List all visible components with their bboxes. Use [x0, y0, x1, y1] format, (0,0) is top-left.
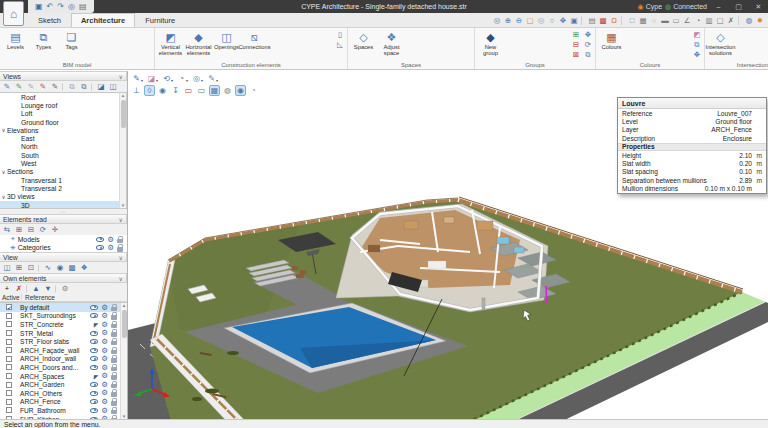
- copy-drawing-icon[interactable]: ⧉: [79, 82, 89, 92]
- move-down-icon[interactable]: ▼: [43, 284, 53, 294]
- texture-icon[interactable]: ▩: [598, 15, 608, 26]
- eye-icon[interactable]: [90, 339, 98, 344]
- gear-icon[interactable]: ⚙: [101, 355, 108, 363]
- lock-icon[interactable]: [111, 332, 117, 337]
- tree-item[interactable]: ∨ Lounge roof: [0, 101, 119, 109]
- ribbon-button[interactable]: ◆ Horizontal elements: [185, 29, 212, 57]
- curves-icon[interactable]: ∿: [43, 263, 53, 273]
- collapse-all-icon[interactable]: ⊟: [26, 225, 36, 235]
- views-scrollbar[interactable]: ▲ ▼: [119, 93, 126, 208]
- dropdown-arrow-icon[interactable]: ▾: [216, 78, 218, 83]
- ribbon-button[interactable]: ❏ Tags: [58, 29, 85, 50]
- eye-icon[interactable]: [90, 391, 98, 396]
- zoom-window-icon[interactable]: ▢: [525, 15, 535, 26]
- dropdown-arrow-icon[interactable]: ▾: [201, 78, 203, 83]
- render-mode-icon[interactable]: ◉: [55, 263, 65, 273]
- tree-item[interactable]: ∨ Loft: [0, 110, 119, 118]
- layer-checkbox[interactable]: ✔: [6, 373, 12, 379]
- dropdown-arrow-icon[interactable]: ▾: [171, 78, 173, 83]
- lock-icon[interactable]: [111, 401, 117, 406]
- eye-icon[interactable]: [90, 365, 98, 370]
- settings-icon[interactable]: ⚙: [60, 284, 70, 294]
- gear-icon[interactable]: ⚙: [101, 364, 108, 372]
- ribbon-small-button[interactable]: ✥: [692, 50, 702, 60]
- lock-icon[interactable]: [111, 410, 117, 415]
- lock-icon[interactable]: [111, 307, 117, 312]
- layer-checkbox[interactable]: ✔: [6, 330, 12, 336]
- polar-icon[interactable]: ◌: [649, 15, 659, 26]
- ribbon-tab[interactable]: Sketch: [28, 13, 71, 27]
- own-elements-scrollbar[interactable]: ▲ ▼: [120, 303, 127, 419]
- new-view-icon[interactable]: ✎: [14, 82, 24, 92]
- eye-icon[interactable]: [90, 399, 98, 404]
- scroll-thumb[interactable]: [121, 100, 126, 128]
- gear-icon[interactable]: ⚙: [107, 244, 114, 252]
- dropdown-arrow-icon[interactable]: ▾: [186, 78, 188, 83]
- gear-icon[interactable]: ⚙: [101, 407, 108, 415]
- undo-icon[interactable]: ↶: [47, 3, 54, 11]
- grid-toggle-icon[interactable]: ▦: [209, 85, 220, 96]
- scroll-up-icon[interactable]: ▲: [121, 93, 125, 98]
- layer-checkbox[interactable]: ✔: [6, 390, 12, 396]
- move-up-icon[interactable]: ▲: [31, 284, 41, 294]
- tree-item[interactable]: ∨ Ground floor: [0, 118, 119, 126]
- edit-view-icon[interactable]: ✎: [2, 82, 12, 92]
- eye-icon[interactable]: [90, 382, 98, 387]
- tree-item[interactable]: ∨ Roof: [0, 93, 119, 101]
- lock-icon[interactable]: [111, 392, 117, 397]
- angle-icon[interactable]: ∠: [682, 15, 692, 26]
- layer-row[interactable]: ✔ ARCH_Indoor_wall ◤ ⚙: [0, 355, 120, 364]
- link-icon[interactable]: ⇆: [2, 225, 12, 235]
- import-view-icon[interactable]: ◫: [108, 82, 118, 92]
- dropdown-arrow-icon[interactable]: ▾: [156, 78, 158, 83]
- layer-checkbox[interactable]: ✔: [6, 321, 12, 327]
- gear-icon[interactable]: ⚙: [101, 304, 108, 312]
- eye-toggle-icon[interactable]: ◉: [157, 85, 168, 96]
- layer-row[interactable]: ✔ STR_Floor slabs ◤ ⚙: [0, 337, 120, 346]
- ribbon-button[interactable]: ⧉ Types: [30, 29, 57, 50]
- scroll-down-icon[interactable]: ▼: [121, 203, 125, 208]
- copy-view-icon[interactable]: ✎: [26, 82, 36, 92]
- save-icon[interactable]: ▣: [35, 3, 43, 11]
- touch-toggle-icon[interactable]: ◔: [248, 85, 259, 96]
- selected-louvre-highlight[interactable]: [546, 286, 547, 304]
- layer-checkbox[interactable]: ✔: [6, 313, 12, 319]
- eye-icon[interactable]: [90, 331, 98, 336]
- ribbon-small-button[interactable]: ⊟: [571, 40, 581, 50]
- dropdown-arrow-icon[interactable]: ▾: [141, 78, 143, 83]
- tree-item[interactable]: ∨ Sections: [0, 168, 119, 176]
- layer-row[interactable]: ✔ SKT_Surroundings ◤ ⚙: [0, 312, 120, 321]
- visibility-toggle-icon[interactable]: ◉: [235, 85, 246, 96]
- ribbon-button[interactable]: ❖ Adjust space: [378, 29, 405, 57]
- tree-item[interactable]: ∨ South: [0, 151, 119, 159]
- lock-icon[interactable]: [117, 239, 123, 244]
- scroll-thumb[interactable]: [122, 310, 127, 338]
- zoom-extents-icon[interactable]: ◎: [492, 15, 502, 26]
- green-plane-icon[interactable]: ▭: [196, 85, 207, 96]
- eye-icon[interactable]: [96, 237, 104, 242]
- layer-checkbox[interactable]: ✔: [6, 407, 12, 413]
- ribbon-small-button[interactable]: ⊞: [571, 30, 581, 40]
- tree-item[interactable]: ∨ Elevations: [0, 126, 119, 134]
- zoom-fit-icon[interactable]: ⊞: [14, 263, 24, 273]
- ribbon-small-button[interactable]: ⧉: [692, 40, 702, 50]
- gear-icon[interactable]: ⚙: [101, 338, 108, 346]
- close-button[interactable]: ✕: [750, 0, 767, 13]
- eye-icon[interactable]: [90, 305, 98, 310]
- lock-icon[interactable]: [111, 384, 117, 389]
- tree-item[interactable]: ∨ East: [0, 134, 119, 142]
- scroll-up-icon[interactable]: ▲: [122, 303, 126, 308]
- ribbon-button[interactable]: ⧅ Connections: [241, 29, 268, 57]
- tree-item[interactable]: ∨ Transversal 1: [0, 176, 119, 184]
- layer-checkbox[interactable]: ✔: [6, 364, 12, 370]
- lock-icon[interactable]: [111, 350, 117, 355]
- tree-item[interactable]: ∨ 3D views: [0, 193, 119, 201]
- gear-icon[interactable]: ⚙: [101, 321, 108, 329]
- gear-icon[interactable]: ⚙: [101, 312, 108, 320]
- cursor-icon[interactable]: ◤: [94, 373, 99, 380]
- layer-checkbox[interactable]: ✔: [6, 399, 12, 405]
- tree-item[interactable]: ∨ West: [0, 159, 119, 167]
- export-view-icon[interactable]: ◪: [96, 82, 106, 92]
- zoom-previous-icon[interactable]: ◎: [536, 15, 546, 26]
- zoom-selection-icon[interactable]: ⊡: [26, 263, 36, 273]
